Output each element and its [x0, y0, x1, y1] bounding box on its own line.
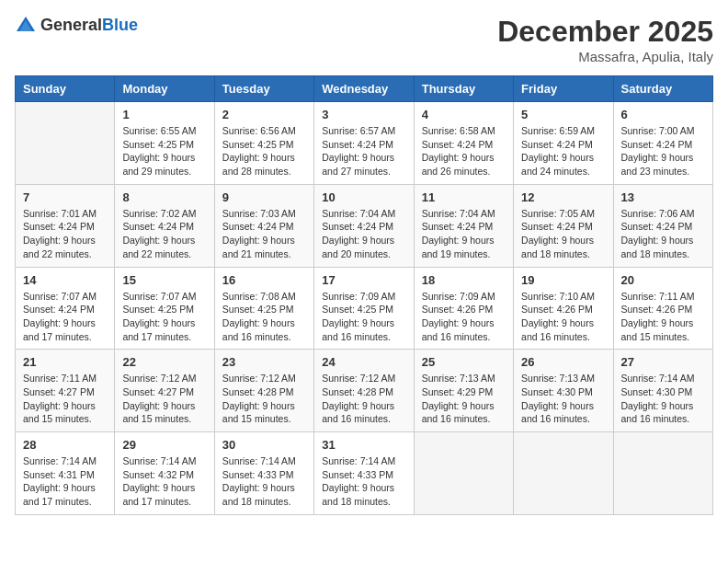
day-info: Sunrise: 7:10 AM Sunset: 4:26 PM Dayligh…	[521, 290, 605, 344]
day-number: 24	[322, 355, 405, 369]
day-number: 1	[122, 108, 206, 121]
logo-blue: Blue	[102, 16, 138, 34]
day-info: Sunrise: 7:12 AM Sunset: 4:28 PM Dayligh…	[322, 372, 405, 426]
day-info: Sunrise: 7:08 AM Sunset: 4:25 PM Dayligh…	[222, 290, 306, 344]
day-info: Sunrise: 7:09 AM Sunset: 4:25 PM Dayligh…	[322, 290, 405, 344]
day-info: Sunrise: 7:14 AM Sunset: 4:30 PM Dayligh…	[621, 372, 705, 426]
day-number: 15	[122, 273, 206, 287]
column-header-sunday: Sunday	[16, 76, 115, 102]
calendar-week-row: 7Sunrise: 7:01 AM Sunset: 4:24 PM Daylig…	[16, 184, 713, 267]
calendar-cell: 19Sunrise: 7:10 AM Sunset: 4:26 PM Dayli…	[514, 267, 613, 350]
logo-icon	[15, 15, 37, 37]
day-number: 2	[222, 108, 306, 121]
calendar-cell	[16, 102, 115, 185]
day-number: 13	[621, 190, 705, 204]
calendar-cell: 9Sunrise: 7:03 AM Sunset: 4:24 PM Daylig…	[214, 184, 313, 267]
calendar-cell: 3Sunrise: 6:57 AM Sunset: 4:24 PM Daylig…	[314, 102, 414, 185]
day-number: 23	[222, 355, 306, 369]
calendar-cell: 1Sunrise: 6:55 AM Sunset: 4:25 PM Daylig…	[115, 102, 214, 185]
day-number: 16	[222, 273, 306, 287]
calendar-week-row: 14Sunrise: 7:07 AM Sunset: 4:24 PM Dayli…	[16, 267, 713, 350]
calendar-cell: 5Sunrise: 6:59 AM Sunset: 4:24 PM Daylig…	[514, 102, 613, 185]
day-number: 18	[422, 273, 506, 287]
column-header-saturday: Saturday	[613, 76, 712, 102]
calendar-cell: 10Sunrise: 7:04 AM Sunset: 4:24 PM Dayli…	[314, 184, 414, 267]
calendar-cell: 12Sunrise: 7:05 AM Sunset: 4:24 PM Dayli…	[514, 184, 613, 267]
calendar-cell: 4Sunrise: 6:58 AM Sunset: 4:24 PM Daylig…	[414, 102, 513, 185]
day-number: 8	[122, 190, 206, 204]
calendar-cell: 30Sunrise: 7:14 AM Sunset: 4:33 PM Dayli…	[214, 432, 313, 515]
calendar-cell: 7Sunrise: 7:01 AM Sunset: 4:24 PM Daylig…	[16, 184, 115, 267]
column-header-thursday: Thursday	[414, 76, 513, 102]
month-title: December 2025	[497, 15, 713, 49]
calendar-week-row: 28Sunrise: 7:14 AM Sunset: 4:31 PM Dayli…	[16, 432, 713, 515]
day-info: Sunrise: 7:13 AM Sunset: 4:29 PM Dayligh…	[422, 372, 506, 426]
day-info: Sunrise: 7:11 AM Sunset: 4:26 PM Dayligh…	[621, 290, 705, 344]
day-info: Sunrise: 7:07 AM Sunset: 4:25 PM Dayligh…	[122, 290, 206, 344]
calendar-cell: 21Sunrise: 7:11 AM Sunset: 4:27 PM Dayli…	[16, 350, 115, 432]
day-number: 29	[122, 438, 206, 452]
calendar-cell: 29Sunrise: 7:14 AM Sunset: 4:32 PM Dayli…	[115, 432, 214, 515]
calendar-cell: 31Sunrise: 7:14 AM Sunset: 4:33 PM Dayli…	[314, 432, 414, 515]
day-info: Sunrise: 7:12 AM Sunset: 4:28 PM Dayligh…	[222, 372, 306, 426]
calendar-week-row: 21Sunrise: 7:11 AM Sunset: 4:27 PM Dayli…	[16, 350, 713, 432]
column-header-wednesday: Wednesday	[314, 76, 414, 102]
calendar-cell: 16Sunrise: 7:08 AM Sunset: 4:25 PM Dayli…	[214, 267, 313, 350]
day-number: 20	[621, 273, 705, 287]
day-number: 26	[521, 355, 605, 369]
calendar-cell: 15Sunrise: 7:07 AM Sunset: 4:25 PM Dayli…	[115, 267, 214, 350]
day-info: Sunrise: 7:06 AM Sunset: 4:24 PM Dayligh…	[621, 207, 705, 261]
day-number: 30	[222, 438, 306, 452]
logo: GeneralBlue	[15, 15, 138, 37]
day-info: Sunrise: 6:56 AM Sunset: 4:25 PM Dayligh…	[222, 124, 306, 178]
calendar-cell: 20Sunrise: 7:11 AM Sunset: 4:26 PM Dayli…	[613, 267, 712, 350]
day-info: Sunrise: 7:11 AM Sunset: 4:27 PM Dayligh…	[23, 372, 107, 426]
day-number: 6	[621, 108, 705, 121]
calendar-cell: 14Sunrise: 7:07 AM Sunset: 4:24 PM Dayli…	[16, 267, 115, 350]
day-info: Sunrise: 7:02 AM Sunset: 4:24 PM Dayligh…	[122, 207, 206, 261]
day-info: Sunrise: 6:57 AM Sunset: 4:24 PM Dayligh…	[322, 124, 405, 178]
day-info: Sunrise: 7:00 AM Sunset: 4:24 PM Dayligh…	[621, 124, 705, 178]
day-number: 14	[23, 273, 107, 287]
day-info: Sunrise: 7:09 AM Sunset: 4:26 PM Dayligh…	[422, 290, 506, 344]
day-info: Sunrise: 7:14 AM Sunset: 4:32 PM Dayligh…	[122, 454, 206, 509]
calendar-cell: 22Sunrise: 7:12 AM Sunset: 4:27 PM Dayli…	[115, 350, 214, 432]
calendar-cell: 2Sunrise: 6:56 AM Sunset: 4:25 PM Daylig…	[214, 102, 313, 185]
day-number: 28	[23, 438, 107, 452]
logo-general: General	[40, 16, 102, 34]
calendar-cell: 18Sunrise: 7:09 AM Sunset: 4:26 PM Dayli…	[414, 267, 513, 350]
day-number: 22	[122, 355, 206, 369]
day-number: 7	[23, 190, 107, 204]
calendar-cell: 25Sunrise: 7:13 AM Sunset: 4:29 PM Dayli…	[414, 350, 513, 432]
calendar-cell: 28Sunrise: 7:14 AM Sunset: 4:31 PM Dayli…	[16, 432, 115, 515]
day-info: Sunrise: 6:58 AM Sunset: 4:24 PM Dayligh…	[422, 124, 506, 178]
day-info: Sunrise: 7:04 AM Sunset: 4:24 PM Dayligh…	[422, 207, 506, 261]
day-number: 12	[521, 190, 605, 204]
page-header: GeneralBlue December 2025 Massafra, Apul…	[15, 15, 713, 64]
calendar-header-row: SundayMondayTuesdayWednesdayThursdayFrid…	[16, 76, 713, 102]
day-info: Sunrise: 7:14 AM Sunset: 4:33 PM Dayligh…	[222, 454, 306, 509]
day-info: Sunrise: 7:12 AM Sunset: 4:27 PM Dayligh…	[122, 372, 206, 426]
calendar-cell: 24Sunrise: 7:12 AM Sunset: 4:28 PM Dayli…	[314, 350, 414, 432]
logo-text: GeneralBlue	[40, 17, 138, 35]
day-info: Sunrise: 7:03 AM Sunset: 4:24 PM Dayligh…	[222, 207, 306, 261]
calendar-cell: 17Sunrise: 7:09 AM Sunset: 4:25 PM Dayli…	[314, 267, 414, 350]
calendar-week-row: 1Sunrise: 6:55 AM Sunset: 4:25 PM Daylig…	[16, 102, 713, 185]
day-number: 25	[422, 355, 506, 369]
column-header-monday: Monday	[115, 76, 214, 102]
calendar-table: SundayMondayTuesdayWednesdayThursdayFrid…	[15, 75, 713, 515]
day-number: 9	[222, 190, 306, 204]
day-number: 11	[422, 190, 506, 204]
day-info: Sunrise: 7:05 AM Sunset: 4:24 PM Dayligh…	[521, 207, 605, 261]
calendar-cell: 27Sunrise: 7:14 AM Sunset: 4:30 PM Dayli…	[613, 350, 712, 432]
day-info: Sunrise: 6:59 AM Sunset: 4:24 PM Dayligh…	[521, 124, 605, 178]
day-info: Sunrise: 7:13 AM Sunset: 4:30 PM Dayligh…	[521, 372, 605, 426]
title-block: December 2025 Massafra, Apulia, Italy	[497, 15, 713, 64]
column-header-friday: Friday	[514, 76, 613, 102]
calendar-cell	[613, 432, 712, 515]
calendar-cell: 6Sunrise: 7:00 AM Sunset: 4:24 PM Daylig…	[613, 102, 712, 185]
day-number: 27	[621, 355, 705, 369]
location: Massafra, Apulia, Italy	[497, 49, 713, 64]
calendar-cell: 11Sunrise: 7:04 AM Sunset: 4:24 PM Dayli…	[414, 184, 513, 267]
calendar-cell: 23Sunrise: 7:12 AM Sunset: 4:28 PM Dayli…	[214, 350, 313, 432]
